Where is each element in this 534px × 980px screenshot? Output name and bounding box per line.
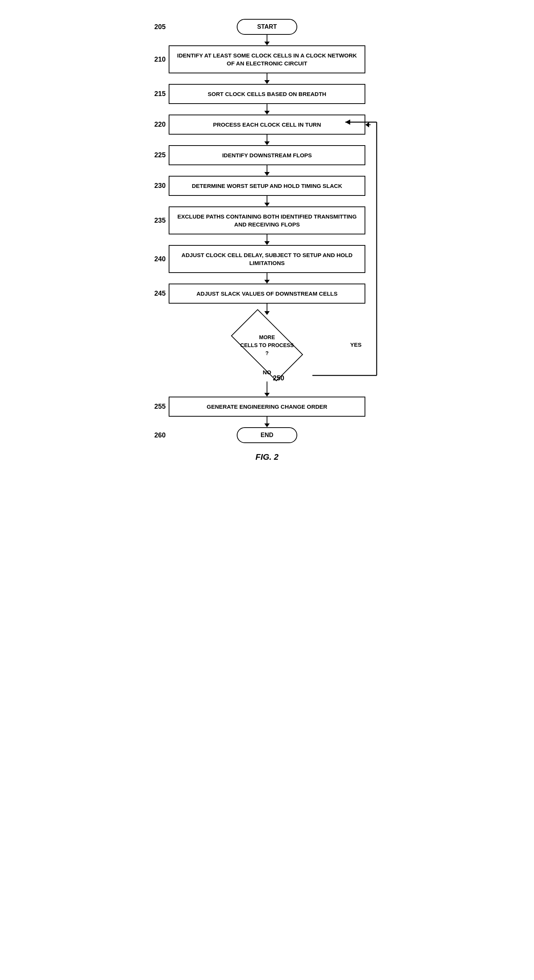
arrow-4 (265, 142, 269, 145)
loop-stub (369, 124, 371, 125)
connector-1 (267, 35, 267, 41)
step-230: DETERMINE WORST SETUP AND HOLD TIMING SL… (169, 176, 365, 196)
connector-8 (267, 273, 267, 280)
arrow-11 (265, 423, 269, 427)
arrow-5 (265, 172, 269, 176)
connector-3 (267, 104, 267, 111)
label-235: 235 (146, 216, 169, 224)
connector-11 (267, 417, 267, 423)
step-215: SORT CLOCK CELLS BASED ON BREADTH (169, 84, 365, 104)
step-225: IDENTIFY DOWNSTREAM FLOPS (169, 145, 365, 165)
label-220: 220 (146, 121, 169, 129)
label-240: 240 (146, 255, 169, 263)
figure-label: FIG. 2 (255, 452, 278, 462)
step-235: EXCLUDE PATHS CONTAINING BOTH IDENTIFIED… (169, 207, 365, 234)
connector-5 (267, 165, 267, 172)
label-230: 230 (146, 182, 169, 190)
diamond-250: MORECELLS TO PROCESS? (222, 319, 312, 372)
label-210: 210 (146, 56, 169, 64)
label-250: 250 (273, 374, 284, 382)
label-245: 245 (146, 290, 169, 298)
label-260: 260 (146, 431, 169, 439)
connector-6 (267, 196, 267, 203)
arrow-6 (265, 203, 269, 207)
end-node: END (237, 427, 297, 443)
label-215: 215 (146, 90, 169, 98)
step-220: PROCESS EACH CLOCK CELL IN TURN (169, 115, 365, 135)
connector-4 (267, 135, 267, 142)
flowchart-diagram: 205 START 210 IDENTIFY AT LEAST SOME CLO… (134, 8, 400, 462)
step-245: ADJUST SLACK VALUES OF DOWNSTREAM CELLS (169, 283, 365, 304)
loop-arrowhead (365, 122, 369, 127)
label-225: 225 (146, 151, 169, 159)
step-255: GENERATE ENGINEERING CHANGE ORDER (169, 397, 365, 417)
connector-2 (267, 73, 267, 80)
connector-10 (267, 382, 267, 393)
diamond-label: MORECELLS TO PROCESS? (240, 334, 293, 357)
label-255: 255 (146, 402, 169, 410)
connector-9 (267, 304, 267, 311)
arrow-8 (265, 280, 269, 283)
arrow-2 (265, 80, 269, 84)
connector-7 (267, 234, 267, 241)
arrow-1 (265, 41, 269, 45)
no-label: NO (263, 369, 271, 375)
label-205: 205 (146, 23, 169, 31)
yes-label: YES (350, 341, 362, 348)
start-node: START (237, 19, 297, 35)
step-240: ADJUST CLOCK CELL DELAY, SUBJECT TO SETU… (169, 245, 365, 273)
arrow-9 (265, 311, 269, 315)
arrow-3 (265, 111, 269, 115)
arrow-10 (265, 393, 269, 397)
arrow-7 (265, 241, 269, 245)
step-210: IDENTIFY AT LEAST SOME CLOCK CELLS IN A … (169, 45, 365, 73)
